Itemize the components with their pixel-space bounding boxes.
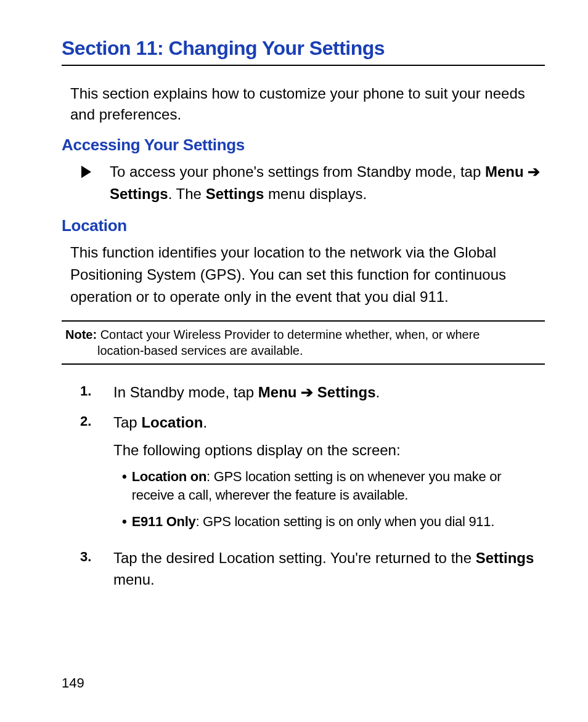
location-bold: Location [141,414,203,431]
bullet-item-1: • Location on: GPS location setting is o… [122,468,545,506]
subheading-location: Location [62,216,545,235]
title-divider [62,65,545,66]
list-item-3: 3. Tap the desired Location setting. You… [80,548,545,591]
list-item-1: 1. In Standby mode, tap Menu ➔ Settings. [80,382,545,404]
ordered-list: 1. In Standby mode, tap Menu ➔ Settings.… [80,382,545,590]
text-fragment: . The [168,185,206,202]
text-fragment: . [376,384,380,400]
bullet-icon: • [122,513,127,532]
note-divider-top [62,320,545,322]
sub-paragraph: The following options display on the scr… [113,440,545,461]
note-block: Note: Contact your Wireless Provider to … [65,327,545,359]
text-fragment: . [203,414,207,431]
text-fragment: In Standby mode, tap [113,384,258,400]
bullet-body: Location on: GPS location setting is on … [132,468,545,506]
text-fragment: To access your phone's settings from Sta… [110,163,485,180]
arrow-symbol: ➔ [301,384,313,400]
text-fragment: Tap the desired Location setting. You're… [113,550,476,566]
subheading-accessing: Accessing Your Settings [62,136,545,155]
settings-bold-2: Settings [206,185,264,202]
arrow-instruction-text: To access your phone's settings from Sta… [110,161,545,205]
note-line-1: Contact your Wireless Provider to determ… [97,328,480,341]
bullet-body: E911 Only: GPS location setting is on on… [132,513,545,532]
bullet-list: • Location on: GPS location setting is o… [122,468,545,532]
bullet-icon: • [122,468,127,487]
menu-bold: Menu [485,163,524,180]
e911-bold: E911 Only [132,514,196,529]
settings-bold: Settings [476,550,534,566]
text-fragment: menu displays. [264,185,367,202]
arrow-instruction: To access your phone's settings from Sta… [81,161,545,205]
page-number: 149 [62,675,84,691]
note-line-2: location-based services are available. [65,343,533,359]
arrow-symbol: ➔ [528,163,540,180]
note-divider-bottom [62,363,545,365]
text-fragment: Tap [113,414,141,431]
settings-bold: Settings [110,185,168,202]
text-fragment: : GPS location setting is on only when y… [195,514,494,529]
note-label: Note: [65,328,97,341]
list-body: Tap Location. The following options disp… [113,412,545,539]
list-number: 2. [80,413,113,429]
location-paragraph: This function identifies your location t… [70,241,545,308]
list-number: 1. [80,383,113,399]
text-fragment: menu. [113,571,155,588]
triangle-right-icon [81,166,91,178]
section-title: Section 11: Changing Your Settings [62,37,545,60]
menu-bold: Menu [258,384,297,400]
bullet-item-2: • E911 Only: GPS location setting is on … [122,513,545,532]
list-body: Tap the desired Location setting. You're… [113,548,545,591]
intro-paragraph: This section explains how to customize y… [70,83,545,124]
list-body: In Standby mode, tap Menu ➔ Settings. [113,382,545,404]
settings-bold: Settings [317,384,376,400]
list-item-2: 2. Tap Location. The following options d… [80,412,545,539]
location-on-bold: Location on [132,469,206,484]
list-number: 3. [80,549,113,565]
